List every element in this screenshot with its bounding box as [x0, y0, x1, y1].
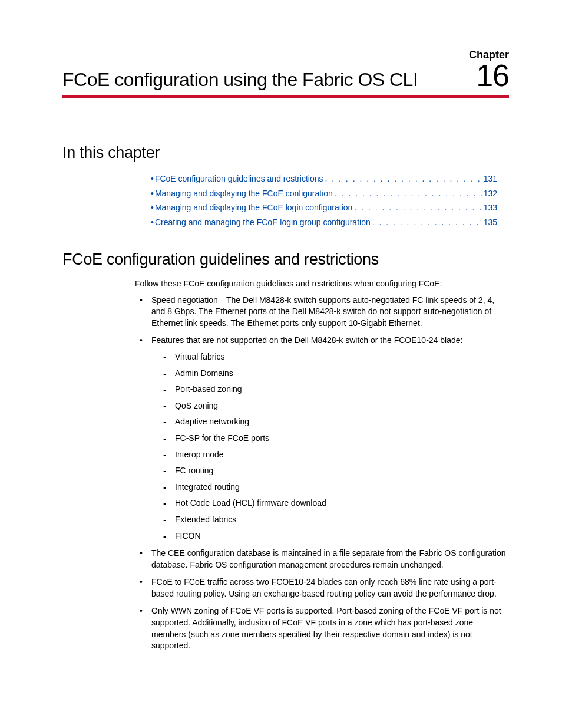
list-item: Port-based zoning	[151, 384, 509, 396]
chapter-header: Chapter FCoE configuration using the Fab…	[62, 50, 509, 98]
toc-page[interactable]: 132	[484, 186, 497, 201]
chapter-number: 16	[476, 61, 509, 90]
list-item: FC-SP for the FCoE ports	[151, 433, 509, 444]
toc-bullet: •	[151, 215, 154, 230]
toc-link[interactable]: Managing and displaying the FCoE configu…	[155, 186, 333, 201]
toc-leader	[371, 215, 484, 230]
chapter-label: Chapter	[62, 50, 509, 60]
toc-leader	[323, 172, 484, 186]
toc-row[interactable]: • Managing and displaying the FCoE login…	[151, 200, 497, 215]
body-content: Follow these FCoE configuration guidelin…	[135, 278, 509, 652]
chapter-title: FCoE configuration using the Fabric OS C…	[62, 69, 418, 91]
list-item: Adaptive networking	[151, 416, 509, 428]
list-item: FCoE to FCoE traffic across two FCOE10-2…	[135, 577, 509, 599]
toc-bullet: •	[151, 200, 154, 215]
list-item: QoS zoning	[151, 400, 509, 412]
list-item: Interop mode	[151, 449, 509, 461]
toc-leader	[352, 200, 483, 215]
toc-page[interactable]: 135	[484, 215, 497, 230]
page: Chapter FCoE configuration using the Fab…	[0, 0, 562, 693]
list-item: Features that are not supported on the D…	[135, 335, 509, 542]
list-item: Integrated routing	[151, 482, 509, 493]
list-item: Speed negotiation—The Dell M8428-k switc…	[135, 295, 509, 330]
toc-row[interactable]: • Creating and managing the FCoE login g…	[151, 215, 497, 230]
bullet-list: Speed negotiation—The Dell M8428-k switc…	[135, 295, 509, 652]
toc: • FCoE configuration guidelines and rest…	[151, 172, 497, 229]
list-item: Admin Domains	[151, 368, 509, 380]
list-item: Hot Code Load (HCL) firmware download	[151, 498, 509, 509]
toc-bullet: •	[151, 172, 154, 186]
list-item-text: Features that are not supported on the D…	[151, 335, 462, 345]
toc-row[interactable]: • Managing and displaying the FCoE confi…	[151, 186, 497, 201]
toc-link[interactable]: Managing and displaying the FCoE login c…	[155, 200, 352, 215]
toc-leader	[333, 186, 484, 201]
toc-bullet: •	[151, 186, 154, 201]
sub-bullet-list: Virtual fabrics Admin Domains Port-based…	[151, 351, 509, 542]
toc-row[interactable]: • FCoE configuration guidelines and rest…	[151, 172, 497, 186]
intro-paragraph: Follow these FCoE configuration guidelin…	[135, 278, 509, 290]
toc-page[interactable]: 131	[484, 172, 497, 186]
list-item: FICON	[151, 531, 509, 542]
list-item: Extended fabrics	[151, 514, 509, 526]
toc-link[interactable]: Creating and managing the FCoE login gro…	[155, 215, 371, 230]
list-item: FC routing	[151, 465, 509, 477]
toc-page[interactable]: 133	[484, 200, 497, 215]
title-row: FCoE configuration using the Fabric OS C…	[62, 61, 509, 98]
list-item: Only WWN zoning of FCoE VF ports is supp…	[135, 605, 509, 651]
section-heading-in-this-chapter: In this chapter	[62, 144, 509, 162]
list-item: The CEE configuration database is mainta…	[135, 548, 509, 571]
list-item: Virtual fabrics	[151, 351, 509, 363]
section-heading-guidelines: FCoE configuration guidelines and restri…	[62, 251, 509, 269]
toc-link[interactable]: FCoE configuration guidelines and restri…	[155, 172, 323, 186]
